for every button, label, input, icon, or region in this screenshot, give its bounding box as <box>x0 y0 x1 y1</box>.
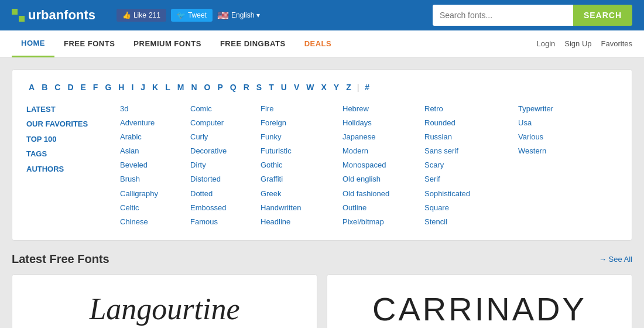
like-button[interactable]: 👍 Like 211 <box>117 9 166 22</box>
cat-embossed[interactable]: Embossed <box>190 201 261 214</box>
cat-square[interactable]: Square <box>424 201 518 214</box>
az-k[interactable]: K <box>150 81 160 93</box>
cat-dirty[interactable]: Dirty <box>190 159 261 172</box>
cat-gothic[interactable]: Gothic <box>261 159 342 172</box>
cat-arabic[interactable]: Arabic <box>120 131 190 144</box>
cat-curly[interactable]: Curly <box>190 131 261 144</box>
cat-holidays[interactable]: Holidays <box>342 117 424 129</box>
cat-comic[interactable]: Comic <box>190 102 261 115</box>
nav-deals[interactable]: DEALS <box>295 31 341 56</box>
cat-monospaced[interactable]: Monospaced <box>342 159 424 172</box>
az-b[interactable]: B <box>39 81 50 93</box>
az-w[interactable]: W <box>304 81 316 93</box>
az-s[interactable]: S <box>254 81 264 93</box>
cat-japanese[interactable]: Japanese <box>342 131 424 144</box>
cat-hebrew[interactable]: Hebrew <box>342 102 424 115</box>
az-m[interactable]: M <box>175 81 187 93</box>
cat-chinese[interactable]: Chinese <box>120 216 190 228</box>
az-v[interactable]: V <box>292 81 302 93</box>
az-hash[interactable]: # <box>362 81 372 93</box>
cat-beveled[interactable]: Beveled <box>120 159 190 172</box>
cat-distorted[interactable]: Distorted <box>190 173 261 186</box>
az-x[interactable]: X <box>318 81 328 93</box>
cat-scary[interactable]: Scary <box>424 159 518 172</box>
cat-3d[interactable]: 3d <box>120 102 190 115</box>
az-t[interactable]: T <box>266 81 276 93</box>
see-all-link[interactable]: → See All <box>599 255 632 264</box>
nav-login[interactable]: Login <box>536 39 555 48</box>
cat-stencil[interactable]: Stencil <box>424 216 518 228</box>
cat-headline[interactable]: Headline <box>261 216 342 228</box>
cat-western[interactable]: Western <box>518 145 583 158</box>
az-p[interactable]: P <box>215 81 225 93</box>
az-e[interactable]: E <box>78 81 88 93</box>
az-j[interactable]: J <box>138 81 148 93</box>
nav-free-fonts[interactable]: FREE FONTS <box>54 31 124 56</box>
cat-sophisticated[interactable]: Sophisticated <box>424 187 518 200</box>
cat-computer[interactable]: Computer <box>190 117 261 129</box>
az-g[interactable]: G <box>102 81 114 93</box>
logo-link[interactable]: urbanfonts <box>12 8 95 23</box>
cat-col-5: Retro Rounded Russian Sans serif Scary S… <box>424 102 518 228</box>
az-h[interactable]: H <box>116 81 126 93</box>
cat-handwritten[interactable]: Handwritten <box>261 201 342 214</box>
cat-serif[interactable]: Serif <box>424 173 518 186</box>
cat-celtic[interactable]: Celtic <box>120 201 190 214</box>
cat-fire[interactable]: Fire <box>261 102 342 115</box>
cat-col-2: Comic Computer Curly Decorative Dirty Di… <box>190 102 261 228</box>
cat-funky[interactable]: Funky <box>261 131 342 144</box>
nav-free-dingbats[interactable]: FREE DINGBATS <box>211 31 295 56</box>
az-i[interactable]: I <box>129 81 136 93</box>
tweet-button[interactable]: 🐦 Tweet <box>171 9 213 22</box>
cat-sans-serif[interactable]: Sans serif <box>424 145 518 158</box>
cat-our-favorites[interactable]: OUR FAVORITES <box>26 117 120 131</box>
az-r[interactable]: R <box>241 81 252 93</box>
cat-old-english[interactable]: Old english <box>342 173 424 186</box>
nav-home[interactable]: HOME <box>12 30 54 57</box>
cat-dotted[interactable]: Dotted <box>190 187 261 200</box>
cat-old-fashioned[interactable]: Old fashioned <box>342 187 424 200</box>
cat-adventure[interactable]: Adventure <box>120 117 190 129</box>
cat-tags[interactable]: TAGS <box>26 147 120 160</box>
cat-modern[interactable]: Modern <box>342 145 424 158</box>
az-l[interactable]: L <box>163 81 173 93</box>
cat-retro[interactable]: Retro <box>424 102 518 115</box>
font-card-carrinady[interactable]: CARRINADY <box>327 274 632 328</box>
az-a[interactable]: A <box>26 81 37 93</box>
cat-famous[interactable]: Famous <box>190 216 261 228</box>
az-d[interactable]: D <box>65 81 76 93</box>
search-button[interactable]: SEARCH <box>573 5 632 26</box>
cat-top100[interactable]: TOP 100 <box>26 132 120 146</box>
az-y[interactable]: Y <box>331 81 341 93</box>
cat-asian[interactable]: Asian <box>120 145 190 158</box>
cat-outline[interactable]: Outline <box>342 201 424 214</box>
cat-futuristic[interactable]: Futuristic <box>261 145 342 158</box>
cat-russian[interactable]: Russian <box>424 131 518 144</box>
az-n[interactable]: N <box>189 81 199 93</box>
cat-latest[interactable]: LATEST <box>26 102 120 116</box>
az-f[interactable]: F <box>91 81 101 93</box>
cat-greek[interactable]: Greek <box>261 187 342 200</box>
cat-various[interactable]: Various <box>518 131 583 144</box>
az-u[interactable]: U <box>279 81 289 93</box>
nav-favorites[interactable]: Favorites <box>601 39 632 48</box>
font-card-langourtine[interactable]: Langourtine <box>12 274 317 328</box>
az-q[interactable]: Q <box>228 81 239 93</box>
cat-authors[interactable]: AUTHORS <box>26 162 120 176</box>
search-input[interactable] <box>433 5 573 26</box>
nav-premium-fonts[interactable]: PREMIUM FONTS <box>124 31 211 56</box>
cat-pixel-bitmap[interactable]: Pixel/bitmap <box>342 216 424 228</box>
nav-signup[interactable]: Sign Up <box>564 39 591 48</box>
cat-graffiti[interactable]: Graffiti <box>261 173 342 186</box>
cat-brush[interactable]: Brush <box>120 173 190 186</box>
cat-typewriter[interactable]: Typewriter <box>518 102 583 115</box>
cat-usa[interactable]: Usa <box>518 117 583 129</box>
cat-foreign[interactable]: Foreign <box>261 117 342 129</box>
az-o[interactable]: O <box>202 81 213 93</box>
az-c[interactable]: C <box>52 81 63 93</box>
az-z[interactable]: Z <box>344 81 354 93</box>
cat-rounded[interactable]: Rounded <box>424 117 518 129</box>
language-button[interactable]: 🇺🇸 English ▾ <box>217 10 260 21</box>
cat-decorative[interactable]: Decorative <box>190 145 261 158</box>
cat-calligraphy[interactable]: Calligraphy <box>120 187 190 200</box>
